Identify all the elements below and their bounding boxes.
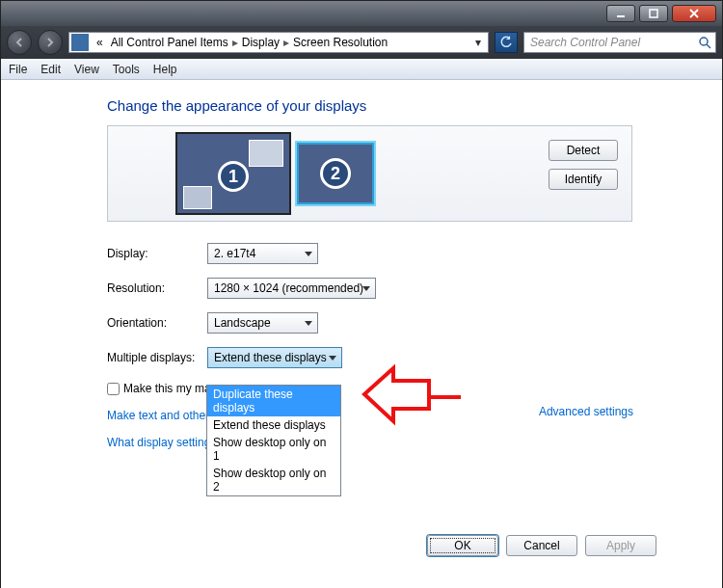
dialog-buttons: OK Cancel Apply	[427, 535, 656, 556]
forward-button[interactable]	[38, 30, 63, 55]
apply-button[interactable]: Apply	[585, 535, 656, 556]
multiple-displays-listbox: Duplicate these displays Extend these di…	[206, 385, 341, 496]
ok-button[interactable]: OK	[427, 535, 498, 556]
help-link[interactable]: What display settings should I choose?	[107, 436, 722, 449]
minimize-button[interactable]	[606, 5, 635, 22]
detect-button[interactable]: Detect	[549, 140, 618, 161]
multi-label: Multiple displays:	[107, 351, 207, 364]
menu-view[interactable]: View	[74, 63, 99, 76]
chevron-down-icon	[362, 286, 370, 291]
menu-edit[interactable]: Edit	[40, 63, 61, 76]
monitor-number: 2	[320, 158, 351, 189]
chevron-down-icon	[305, 252, 312, 256]
search-input[interactable]: Search Control Panel	[523, 32, 716, 53]
display-label: Display:	[107, 247, 207, 260]
menu-bar: File Edit View Tools Help	[1, 59, 722, 80]
breadcrumb-item[interactable]: All Control Panel Items	[107, 36, 232, 49]
display-dropdown[interactable]: 2. e17t4	[207, 243, 318, 264]
window-icon	[249, 140, 283, 167]
chevron-down-icon	[329, 356, 336, 361]
multi-option[interactable]: Show desktop only on 1	[207, 434, 340, 465]
breadcrumb-item[interactable]: Display	[238, 36, 283, 49]
content-pane: Change the appearance of your displays 1…	[1, 80, 722, 588]
page-title: Change the appearance of your displays	[107, 97, 722, 114]
monitor-preview-area: 1 2 Detect Identify	[107, 125, 632, 222]
monitor-1[interactable]: 1	[175, 132, 291, 215]
menu-file[interactable]: File	[9, 63, 27, 76]
back-button[interactable]	[7, 30, 32, 55]
menu-help[interactable]: Help	[153, 63, 177, 76]
multi-option[interactable]: Extend these displays	[207, 416, 340, 434]
chevron-down-icon	[305, 321, 312, 326]
main-display-label: Make this my ma	[123, 382, 211, 395]
resolution-dropdown[interactable]: 1280 × 1024 (recommended)	[207, 278, 376, 299]
svg-rect-1	[650, 10, 657, 17]
cancel-button[interactable]: Cancel	[506, 535, 577, 556]
address-bar[interactable]: « All Control Panel Items ▸ Display ▸ Sc…	[68, 32, 489, 53]
advanced-settings-link[interactable]: Advanced settings	[539, 405, 633, 418]
multi-value: Extend these displays	[214, 351, 327, 364]
control-panel-icon	[71, 34, 89, 51]
svg-rect-0	[617, 15, 625, 17]
resolution-label: Resolution:	[107, 281, 207, 295]
window-icon	[183, 186, 212, 209]
nav-toolbar: « All Control Panel Items ▸ Display ▸ Sc…	[1, 26, 722, 59]
svg-point-2	[700, 38, 708, 45]
orientation-dropdown[interactable]: Landscape	[207, 312, 318, 334]
multi-option[interactable]: Duplicate these displays	[207, 386, 340, 416]
display-value: 2. e17t4	[214, 247, 255, 260]
multiple-displays-dropdown[interactable]: Extend these displays	[207, 347, 342, 368]
resolution-value: 1280 × 1024 (recommended)	[214, 281, 363, 295]
search-icon	[698, 36, 711, 52]
maximize-button[interactable]	[639, 5, 668, 22]
menu-tools[interactable]: Tools	[113, 63, 140, 76]
close-button[interactable]	[672, 5, 716, 22]
identify-button[interactable]: Identify	[549, 169, 618, 190]
orientation-label: Orientation:	[107, 316, 207, 330]
multi-option[interactable]: Show desktop only on 2	[207, 465, 340, 495]
titlebar	[1, 1, 722, 26]
monitor-2[interactable]: 2	[297, 143, 374, 204]
annotation-arrow-icon	[360, 363, 466, 431]
breadcrumb-chevron[interactable]: «	[93, 36, 107, 49]
monitor-number: 1	[218, 161, 249, 192]
svg-line-3	[707, 44, 710, 48]
orientation-value: Landscape	[214, 316, 271, 330]
window-frame: « All Control Panel Items ▸ Display ▸ Sc…	[0, 0, 723, 588]
address-dropdown-icon[interactable]: ▾	[470, 36, 486, 49]
breadcrumb-item[interactable]: Screen Resolution	[289, 36, 391, 49]
refresh-button[interactable]	[495, 32, 518, 53]
search-placeholder: Search Control Panel	[530, 36, 640, 49]
main-display-checkbox[interactable]	[107, 383, 120, 395]
